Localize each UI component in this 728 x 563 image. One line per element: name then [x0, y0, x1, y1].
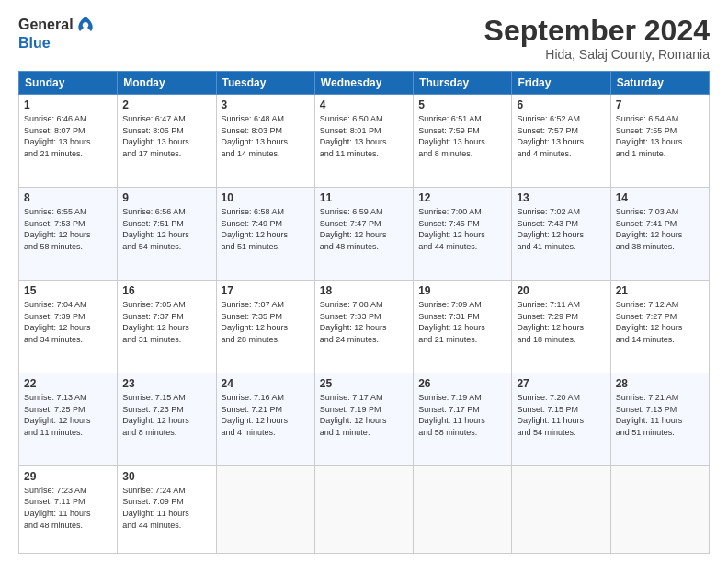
table-row — [414, 465, 512, 553]
table-row: 10Sunrise: 6:58 AM Sunset: 7:49 PM Dayli… — [216, 188, 314, 281]
calendar-header-row: Sunday Monday Tuesday Wednesday Thursday… — [19, 72, 710, 95]
day-number: 4 — [320, 98, 408, 111]
col-friday: Friday — [512, 72, 610, 95]
cell-info: Sunrise: 6:59 AM Sunset: 7:47 PM Dayligh… — [320, 206, 408, 252]
day-number: 10 — [222, 191, 310, 204]
cell-info: Sunrise: 7:05 AM Sunset: 7:37 PM Dayligh… — [122, 299, 210, 345]
logo: General Blue — [18, 15, 96, 52]
day-number: 25 — [320, 377, 408, 390]
day-number: 6 — [517, 98, 605, 111]
day-number: 12 — [418, 191, 506, 204]
table-row: 5Sunrise: 6:51 AM Sunset: 7:59 PM Daylig… — [414, 95, 512, 188]
cell-info: Sunrise: 7:11 AM Sunset: 7:29 PM Dayligh… — [517, 299, 605, 345]
table-row: 20Sunrise: 7:11 AM Sunset: 7:29 PM Dayli… — [512, 281, 610, 373]
table-row: 29Sunrise: 7:23 AM Sunset: 7:11 PM Dayli… — [19, 465, 118, 553]
cell-info: Sunrise: 6:56 AM Sunset: 7:51 PM Dayligh… — [122, 206, 210, 252]
col-wednesday: Wednesday — [314, 72, 413, 95]
cell-info: Sunrise: 7:08 AM Sunset: 7:33 PM Dayligh… — [320, 299, 408, 345]
col-thursday: Thursday — [414, 72, 512, 95]
cell-info: Sunrise: 6:51 AM Sunset: 7:59 PM Dayligh… — [418, 113, 506, 159]
calendar-table: Sunday Monday Tuesday Wednesday Thursday… — [18, 71, 710, 554]
table-row: 13Sunrise: 7:02 AM Sunset: 7:43 PM Dayli… — [512, 188, 610, 281]
day-number: 21 — [616, 284, 704, 297]
day-number: 8 — [24, 191, 112, 204]
cell-info: Sunrise: 6:48 AM Sunset: 8:03 PM Dayligh… — [222, 113, 310, 159]
table-row — [512, 465, 610, 553]
table-row: 6Sunrise: 6:52 AM Sunset: 7:57 PM Daylig… — [512, 95, 610, 188]
table-row: 18Sunrise: 7:08 AM Sunset: 7:33 PM Dayli… — [314, 281, 413, 373]
table-row: 23Sunrise: 7:15 AM Sunset: 7:23 PM Dayli… — [118, 373, 216, 465]
cell-info: Sunrise: 7:21 AM Sunset: 7:13 PM Dayligh… — [616, 392, 704, 438]
logo-bird — [75, 15, 96, 35]
day-number: 28 — [616, 377, 704, 390]
day-number: 29 — [24, 470, 112, 483]
day-number: 14 — [616, 191, 704, 204]
cell-info: Sunrise: 7:20 AM Sunset: 7:15 PM Dayligh… — [517, 392, 605, 438]
cell-info: Sunrise: 7:15 AM Sunset: 7:23 PM Dayligh… — [122, 392, 210, 438]
day-number: 11 — [320, 191, 408, 204]
table-row: 14Sunrise: 7:03 AM Sunset: 7:41 PM Dayli… — [610, 188, 709, 281]
cell-info: Sunrise: 7:00 AM Sunset: 7:45 PM Dayligh… — [418, 206, 506, 252]
table-row: 9Sunrise: 6:56 AM Sunset: 7:51 PM Daylig… — [118, 188, 216, 281]
cell-info: Sunrise: 7:03 AM Sunset: 7:41 PM Dayligh… — [616, 206, 704, 252]
day-number: 19 — [418, 284, 506, 297]
cell-info: Sunrise: 7:16 AM Sunset: 7:21 PM Dayligh… — [222, 392, 310, 438]
table-row: 3Sunrise: 6:48 AM Sunset: 8:03 PM Daylig… — [216, 95, 314, 188]
cell-info: Sunrise: 7:02 AM Sunset: 7:43 PM Dayligh… — [517, 206, 605, 252]
col-monday: Monday — [118, 72, 216, 95]
day-number: 5 — [418, 98, 506, 111]
day-number: 2 — [122, 98, 210, 111]
cell-info: Sunrise: 7:17 AM Sunset: 7:19 PM Dayligh… — [320, 392, 408, 438]
table-row: 1Sunrise: 6:46 AM Sunset: 8:07 PM Daylig… — [19, 95, 118, 188]
day-number: 13 — [517, 191, 605, 204]
day-number: 27 — [517, 377, 605, 390]
cell-info: Sunrise: 7:12 AM Sunset: 7:27 PM Dayligh… — [616, 299, 704, 345]
cell-info: Sunrise: 7:24 AM Sunset: 7:09 PM Dayligh… — [122, 485, 210, 531]
table-row: 8Sunrise: 6:55 AM Sunset: 7:53 PM Daylig… — [19, 188, 118, 281]
table-row: 26Sunrise: 7:19 AM Sunset: 7:17 PM Dayli… — [414, 373, 512, 465]
day-number: 30 — [122, 470, 210, 483]
cell-info: Sunrise: 6:46 AM Sunset: 8:07 PM Dayligh… — [24, 113, 112, 159]
table-row: 12Sunrise: 7:00 AM Sunset: 7:45 PM Dayli… — [414, 188, 512, 281]
cell-info: Sunrise: 7:13 AM Sunset: 7:25 PM Dayligh… — [24, 392, 112, 438]
cell-info: Sunrise: 6:50 AM Sunset: 8:01 PM Dayligh… — [320, 113, 408, 159]
day-number: 22 — [24, 377, 112, 390]
table-row — [610, 465, 709, 553]
table-row: 4Sunrise: 6:50 AM Sunset: 8:01 PM Daylig… — [314, 95, 413, 188]
col-sunday: Sunday — [19, 72, 118, 95]
table-row: 19Sunrise: 7:09 AM Sunset: 7:31 PM Dayli… — [414, 281, 512, 373]
table-row — [314, 465, 413, 553]
col-saturday: Saturday — [610, 72, 709, 95]
table-row: 7Sunrise: 6:54 AM Sunset: 7:55 PM Daylig… — [610, 95, 709, 188]
day-number: 20 — [517, 284, 605, 297]
table-row: 16Sunrise: 7:05 AM Sunset: 7:37 PM Dayli… — [118, 281, 216, 373]
logo-general: General — [18, 17, 74, 33]
cell-info: Sunrise: 6:55 AM Sunset: 7:53 PM Dayligh… — [24, 206, 112, 252]
table-row: 15Sunrise: 7:04 AM Sunset: 7:39 PM Dayli… — [19, 281, 118, 373]
table-row: 17Sunrise: 7:07 AM Sunset: 7:35 PM Dayli… — [216, 281, 314, 373]
cell-info: Sunrise: 6:54 AM Sunset: 7:55 PM Dayligh… — [616, 113, 704, 159]
day-number: 23 — [122, 377, 210, 390]
table-row: 30Sunrise: 7:24 AM Sunset: 7:09 PM Dayli… — [118, 465, 216, 553]
day-number: 9 — [122, 191, 210, 204]
day-number: 16 — [122, 284, 210, 297]
month-title: September 2024 — [484, 15, 710, 47]
cell-info: Sunrise: 7:19 AM Sunset: 7:17 PM Dayligh… — [418, 392, 506, 438]
table-row: 24Sunrise: 7:16 AM Sunset: 7:21 PM Dayli… — [216, 373, 314, 465]
table-row: 21Sunrise: 7:12 AM Sunset: 7:27 PM Dayli… — [610, 281, 709, 373]
cell-info: Sunrise: 7:09 AM Sunset: 7:31 PM Dayligh… — [418, 299, 506, 345]
table-row: 11Sunrise: 6:59 AM Sunset: 7:47 PM Dayli… — [314, 188, 413, 281]
day-number: 3 — [222, 98, 310, 111]
day-number: 18 — [320, 284, 408, 297]
table-row: 27Sunrise: 7:20 AM Sunset: 7:15 PM Dayli… — [512, 373, 610, 465]
logo-blue: Blue — [18, 35, 51, 52]
table-row: 2Sunrise: 6:47 AM Sunset: 8:05 PM Daylig… — [118, 95, 216, 188]
cell-info: Sunrise: 7:04 AM Sunset: 7:39 PM Dayligh… — [24, 299, 112, 345]
table-row — [216, 465, 314, 553]
day-number: 17 — [222, 284, 310, 297]
location-label: Hida, Salaj County, Romania — [484, 47, 710, 62]
col-tuesday: Tuesday — [216, 72, 314, 95]
table-row: 28Sunrise: 7:21 AM Sunset: 7:13 PM Dayli… — [610, 373, 709, 465]
cell-info: Sunrise: 7:23 AM Sunset: 7:11 PM Dayligh… — [24, 485, 112, 531]
day-number: 26 — [418, 377, 506, 390]
